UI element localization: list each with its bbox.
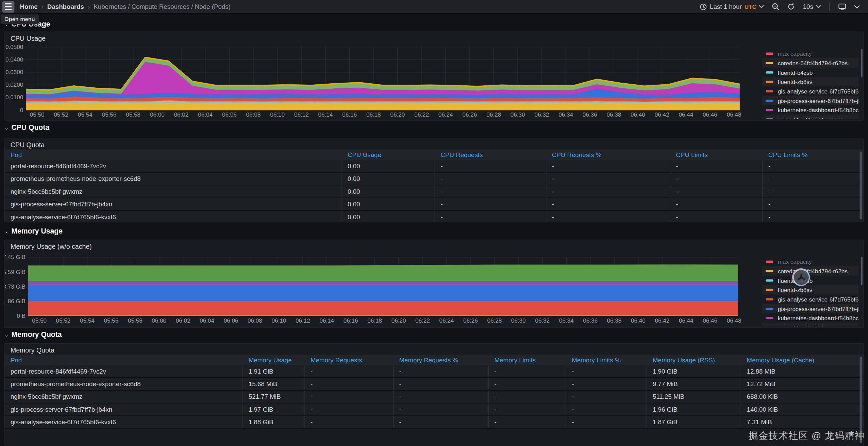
table-row[interactable]: nginx-5bcc6bc5bf-gwxmz0.00---- <box>5 185 863 198</box>
legend-series-color <box>766 109 773 111</box>
breadcrumb-dashboards[interactable]: Dashboards <box>47 3 84 10</box>
panel-title-cpu-usage[interactable]: CPU Usage <box>11 35 46 43</box>
legend-item[interactable]: coredns-64fd4b4794-r62bs <box>762 266 858 276</box>
table-row[interactable]: nginx-5bcc6bc5bf-gwxmz521.77 MiB----511.… <box>5 391 863 403</box>
svg-text:06:30: 06:30 <box>511 318 526 324</box>
svg-text:06:16: 06:16 <box>344 318 358 324</box>
section-row-memory-usage[interactable]: ⌄ Memory Usage <box>4 227 63 235</box>
legend-series-label: kubernetes-dashboard-f54b8bccf-672tm <box>778 106 859 113</box>
table-row[interactable]: prometheus-prometheus-node-exporter-sc6d… <box>5 173 863 185</box>
section-title: Memory Quota <box>11 330 62 339</box>
column-header[interactable]: Memory Limits % <box>566 357 647 363</box>
legend-series-label: nginx-5bcc6bc5bf-gwxmz <box>778 324 844 326</box>
legend-series-label: gis-analyse-service-6f7d765bf6-kvxt6 <box>778 296 859 303</box>
svg-text:06:46: 06:46 <box>703 318 717 324</box>
zoom-out-button[interactable] <box>769 1 782 12</box>
panel-title-cpu-quota[interactable]: CPU Quota <box>11 141 45 149</box>
svg-text:0.0500: 0.0500 <box>5 44 23 50</box>
column-header[interactable]: Memory Limits <box>489 357 566 363</box>
legend-item[interactable]: gis-analyse-service-6f7d765bf6-kvxt6 <box>762 294 858 304</box>
column-header[interactable]: Memory Requests <box>305 357 394 363</box>
column-header[interactable]: Memory Usage <box>243 357 305 363</box>
svg-text:05:58: 05:58 <box>128 318 143 324</box>
pod-name-cell: gis-analyse-service-6f7d765bf6-kvxt6 <box>5 211 342 222</box>
cpu-quota-table: PodCPU UsageCPU RequestsCPU Requests %CP… <box>5 149 863 222</box>
legend-scrollbar[interactable] <box>861 49 863 78</box>
table-scrollbar[interactable] <box>860 152 862 219</box>
clock-icon <box>700 3 707 10</box>
breadcrumb-separator-icon: › <box>41 4 43 10</box>
svg-text:06:20: 06:20 <box>390 112 405 118</box>
time-range-picker[interactable]: Last 1 hour UTC <box>697 1 767 12</box>
svg-text:0 B: 0 B <box>17 313 26 319</box>
cpu-usage-chart[interactable]: 0.05000.04000.03000.02000.0100005:5005:5… <box>5 32 863 120</box>
pod-name-cell: prometheus-prometheus-node-exporter-sc6d… <box>5 378 243 390</box>
nav-more-button[interactable] <box>851 3 863 10</box>
open-menu-button[interactable] <box>2 1 15 12</box>
table-row[interactable]: portal-resource-846fdf4469-7vc2v1.91 GiB… <box>5 365 863 378</box>
svg-text:06:22: 06:22 <box>415 318 430 324</box>
kiosk-mode-button[interactable] <box>835 1 849 12</box>
column-header[interactable]: CPU Limits <box>670 151 763 158</box>
refresh-button[interactable] <box>785 1 798 12</box>
column-header[interactable]: CPU Requests % <box>546 151 670 158</box>
table-row[interactable]: portal-resource-846fdf4469-7vc2v0.00---- <box>5 160 863 172</box>
legend-series-color <box>766 260 773 263</box>
svg-text:7.45 GiB: 7.45 GiB <box>5 254 26 261</box>
legend-item[interactable]: nginx-5bcc6bc5bf-gwxmz <box>762 323 858 326</box>
table-row[interactable]: gis-analyse-service-6f7d765bf6-kvxt61.88… <box>5 416 863 429</box>
section-row-memory-quota[interactable]: ⌄ Memory Quota <box>4 330 62 339</box>
legend-item[interactable]: gis-analyse-service-6f7d765bf6-kvxt6 <box>762 86 858 96</box>
section-row-cpu-quota[interactable]: ⌄ CPU Quota <box>4 123 49 132</box>
svg-text:06:42: 06:42 <box>655 318 669 324</box>
value-cell: 0.00 <box>342 185 435 198</box>
column-header[interactable]: Memory Usage (RSS) <box>647 357 741 363</box>
breadcrumb-home[interactable]: Home <box>20 3 38 10</box>
watermark-text: 掘金技术社区 @ 龙码精神 <box>749 429 865 442</box>
column-header[interactable]: CPU Usage <box>342 151 435 158</box>
legend-item[interactable]: kubernetes-dashboard-f54b8bccf-672tm <box>762 105 858 115</box>
legend-item[interactable]: gis-process-server-67fbd7ff7b-jb4xn <box>762 304 858 313</box>
memory-usage-chart[interactable]: 7.45 GiB5.59 GiB3.73 GiB1.86 GiB0 B05:50… <box>5 240 863 327</box>
floating-overlay-badge[interactable] <box>792 268 810 286</box>
column-header[interactable]: Pod <box>5 357 243 363</box>
refresh-interval-picker[interactable]: 10s <box>800 2 824 12</box>
value-cell: 0.00 <box>342 198 435 210</box>
legend-item[interactable]: coredns-64fd4b4794-r62bs <box>762 58 858 68</box>
legend-series-label: fluentd-b4zsb <box>778 69 813 76</box>
column-header[interactable]: Memory Usage (Cache) <box>741 357 862 363</box>
legend-item[interactable]: max capacity <box>762 49 858 58</box>
column-header[interactable]: Pod <box>5 151 342 158</box>
legend-item[interactable]: fluentd-b4zsb <box>762 276 858 285</box>
pod-name-cell: portal-resource-846fdf4469-7vc2v <box>5 365 243 377</box>
svg-text:06:34: 06:34 <box>559 318 574 324</box>
legend-item[interactable]: fluentd-zb8sv <box>762 285 858 294</box>
column-header[interactable]: CPU Requests <box>435 151 546 158</box>
svg-text:06:24: 06:24 <box>439 318 454 324</box>
panel-memory-usage: Memory Usage (w/o cache) 7.45 GiB5.59 Gi… <box>4 240 864 328</box>
column-header[interactable]: CPU Limits % <box>763 151 862 158</box>
panel-memory-quota: Memory Quota PodMemory UsageMemory Reque… <box>4 343 864 446</box>
value-cell: - <box>305 378 394 390</box>
panel-title-memory-usage[interactable]: Memory Usage (w/o cache) <box>11 243 92 251</box>
legend-item[interactable]: fluentd-zb8sv <box>762 77 858 86</box>
table-row[interactable]: gis-process-server-67fbd7ff7b-jb4xn0.00-… <box>5 198 863 211</box>
legend-item[interactable]: fluentd-b4zsb <box>762 68 858 77</box>
table-row[interactable]: gis-process-server-67fbd7ff7b-jb4xn1.97 … <box>5 403 863 416</box>
legend-item[interactable]: kubernetes-dashboard-f54b8bccf-672tm <box>762 313 858 323</box>
svg-text:06:36: 06:36 <box>583 318 598 324</box>
legend-item[interactable]: max capacity <box>762 257 858 266</box>
table-row[interactable]: prometheus-prometheus-node-exporter-sc6d… <box>5 378 863 391</box>
legend-item[interactable]: gis-process-server-67fbd7ff7b-jb4xn <box>762 96 858 105</box>
svg-text:06:48: 06:48 <box>727 112 741 118</box>
svg-text:06:24: 06:24 <box>438 112 453 118</box>
table-row[interactable]: gis-analyse-service-6f7d765bf6-kvxt60.00… <box>5 211 863 222</box>
panel-title-memory-quota[interactable]: Memory Quota <box>11 346 54 354</box>
value-cell: 0.00 <box>342 160 435 172</box>
legend-series-label: max capacity <box>778 258 812 265</box>
legend-scrollbar[interactable] <box>861 257 863 286</box>
legend-item[interactable]: nginx-5bcc6bc5bf-gwxmz <box>762 115 858 119</box>
open-menu-tooltip: Open menu <box>1 14 39 24</box>
svg-text:06:10: 06:10 <box>270 112 285 118</box>
column-header[interactable]: Memory Requests % <box>394 357 489 363</box>
